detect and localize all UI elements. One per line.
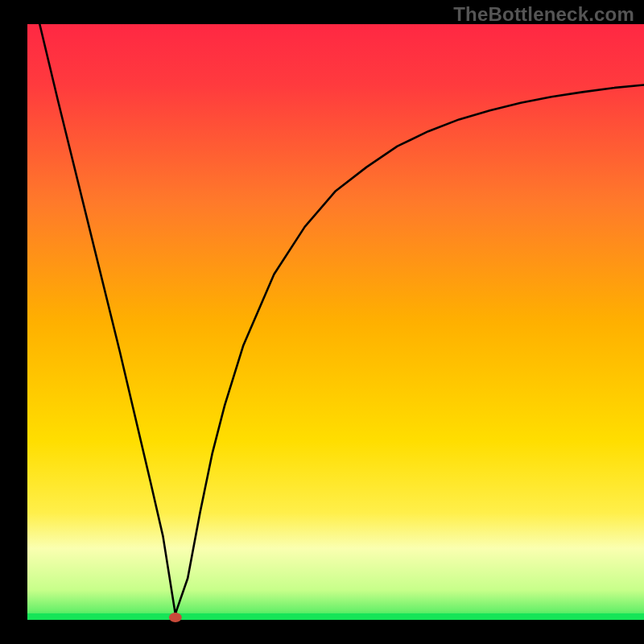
watermark-text: TheBottleneck.com bbox=[453, 3, 634, 26]
baseline-strip bbox=[27, 613, 644, 620]
plot-background bbox=[27, 24, 644, 620]
chart-frame: TheBottleneck.com bbox=[0, 0, 644, 644]
optimal-point-marker bbox=[169, 613, 182, 622]
bottleneck-chart bbox=[0, 0, 644, 644]
